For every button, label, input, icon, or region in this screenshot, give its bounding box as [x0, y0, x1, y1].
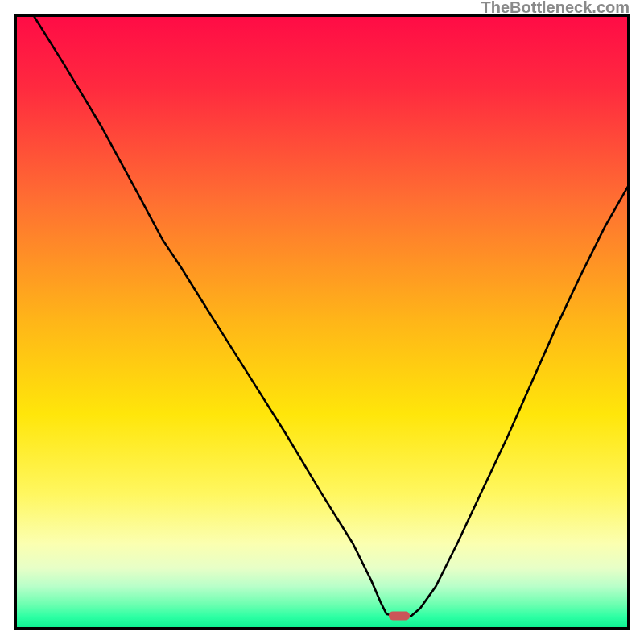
watermark-text: TheBottleneck.com	[481, 0, 630, 17]
curve-layer	[14, 14, 630, 630]
bottleneck-curve	[33, 14, 630, 616]
chart-container: TheBottleneck.com	[0, 0, 644, 644]
optimal-point-marker	[389, 612, 410, 621]
plot-area	[14, 14, 630, 630]
